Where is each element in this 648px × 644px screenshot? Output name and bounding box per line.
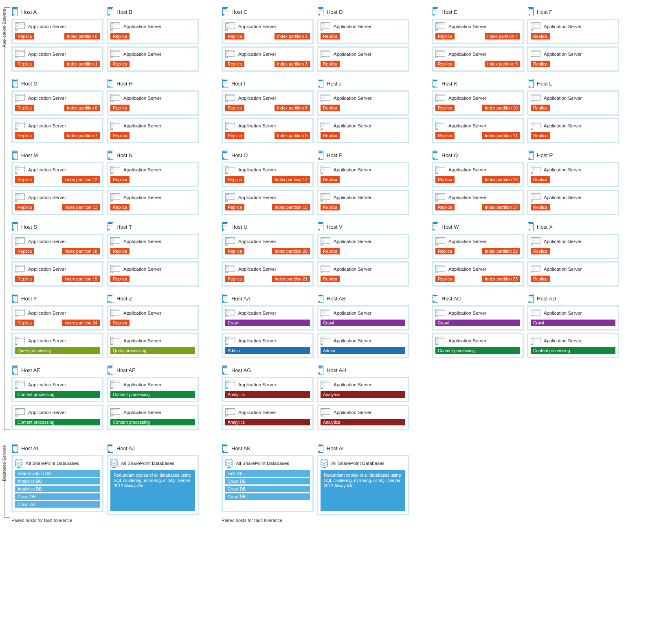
index-partition-segment: Index partition 6 (64, 105, 100, 111)
server-type-label: Application Server (123, 338, 161, 343)
host-row: Host Y Application Server ReplicaIndex p… (11, 294, 647, 358)
server-box: Application Server Replica Index partiti… (11, 190, 103, 215)
host: Host Y Application Server ReplicaIndex p… (11, 294, 103, 358)
application-server-icon (321, 122, 330, 130)
host: Host AI All SharePoint Databases Search … (11, 444, 103, 515)
server-box: All SharePoint Databases Redundant copie… (317, 455, 409, 515)
index-partition-segment: Index partition 22 (482, 248, 520, 254)
server-box-header: Application Server (531, 237, 615, 245)
section-bracket (4, 7, 10, 430)
server-type-label: Application Server (123, 167, 161, 172)
server-box-header: Application Server (15, 94, 100, 102)
host-title: Host I (231, 81, 245, 87)
index-row: Replica (110, 248, 195, 254)
application-server-icon (321, 193, 330, 202)
host-title: Host A (21, 9, 37, 15)
application-server-icon (435, 22, 445, 31)
host: Host E Application Server Replica Index … (432, 7, 524, 72)
server-box-header: Application Server (15, 22, 100, 31)
replica-segment: Replica (225, 176, 244, 183)
server-box: Application Server Admin (222, 333, 314, 358)
host-title: Host AH (327, 367, 346, 373)
host-header: Host J (317, 79, 409, 88)
server-box-header: Application Server (225, 337, 310, 345)
server-box-header: Application Server (321, 237, 405, 245)
host-icon (433, 222, 438, 231)
index-row: Replica Index partition 23 (435, 276, 520, 282)
server-box-header: Application Server (435, 50, 520, 58)
replica-segment: Replica (110, 248, 130, 254)
host-title: Host P (327, 152, 343, 158)
server-box-header: Application Server (435, 237, 520, 245)
host-icon (318, 444, 323, 453)
server-type-label: Application Server (123, 410, 161, 415)
host: Host K Application Server Replica Index … (432, 79, 524, 143)
server-box: Application Server Replica Index partiti… (432, 90, 524, 116)
application-server-icon (321, 309, 330, 317)
server-box-header: Application Server (435, 265, 520, 273)
host-icon (222, 79, 228, 88)
host: Host AC Application Server Crawl Applica… (432, 294, 524, 358)
server-type-label: Application Server (123, 96, 161, 101)
host: Host AA Application Server Crawl Applica… (222, 294, 314, 358)
server-box: Application Server Admin (317, 333, 409, 358)
host-header: Host R (527, 151, 619, 160)
server-box-header: Application Server (15, 237, 100, 245)
server-box-header: Application Server (321, 22, 405, 31)
replica-segment: Replica (531, 204, 550, 210)
replica-segment: Replica (321, 132, 340, 139)
host: Host T Application Server Replica Applic… (107, 222, 199, 287)
host-pair: Host Q Application Server Replica Index … (432, 151, 619, 215)
index-row: Replica Index partition 17 (435, 204, 520, 210)
pair-note: Paired hosts for fault tolerance (222, 518, 282, 523)
host-icon (108, 7, 113, 16)
role-analytics: Analytics (225, 391, 310, 398)
replica-segment: Replica (531, 276, 550, 282)
index-row: Replica (321, 61, 405, 67)
server-box: Application Server Replica Index partiti… (432, 261, 524, 287)
host-icon (528, 7, 534, 16)
host: Host M Application Server Replica Index … (11, 151, 103, 215)
server-box: Application Server Replica (527, 190, 619, 215)
host-title: Host AC (442, 296, 461, 302)
index-row: Replica (531, 176, 615, 183)
application-server-icon (435, 193, 445, 202)
index-row: Replica (321, 105, 405, 111)
replica-segment: Replica (15, 33, 34, 39)
server-box: Application Server Replica Index partiti… (432, 118, 524, 143)
server-box-header: Application Server (15, 337, 100, 345)
db-list: Search admin DBAnalytics DBAnalytics DBC… (15, 470, 100, 508)
host-title: Host Y (21, 296, 37, 302)
server-box-header: Application Server (110, 381, 195, 389)
application-server-icon (225, 122, 235, 130)
index-row: Replica Index partition 14 (225, 176, 310, 183)
index-row: Replica (531, 204, 615, 210)
host-pair: Host O Application Server Replica Index … (222, 151, 409, 215)
server-type-label: Application Server (544, 267, 582, 272)
role-content: Content processing (15, 391, 100, 398)
host-icon (528, 151, 534, 160)
database-servers-section: Database Servers Host AI All SharePoint … (11, 444, 647, 523)
application-server-icon (531, 122, 540, 130)
server-box: Application Server Replica (527, 90, 619, 116)
server-box: Application Server Analytics (222, 377, 314, 402)
host: Host AG Application Server Analytics App… (222, 366, 314, 430)
index-row: Replica (110, 105, 195, 111)
server-box: Application Server Content processing (107, 377, 199, 402)
host-header: Host AF (107, 366, 199, 375)
server-box-header: Application Server (110, 122, 195, 130)
host-title: Host U (231, 224, 248, 230)
application-server-icon (225, 193, 235, 202)
application-server-icon (15, 122, 25, 130)
host-title: Host D (327, 9, 343, 15)
host-row: Host A Application Server Replica Index … (11, 7, 647, 72)
replica-segment: Replica (15, 105, 34, 111)
host-title: Host F (537, 9, 552, 15)
index-row: Replica (531, 33, 615, 39)
role-analytics: Analytics (321, 419, 405, 425)
host-title: Host S (21, 224, 37, 230)
host-icon (318, 151, 323, 160)
server-box-header: Application Server (225, 50, 310, 58)
application-server-icon (110, 166, 120, 174)
host-title: Host V (327, 224, 343, 230)
